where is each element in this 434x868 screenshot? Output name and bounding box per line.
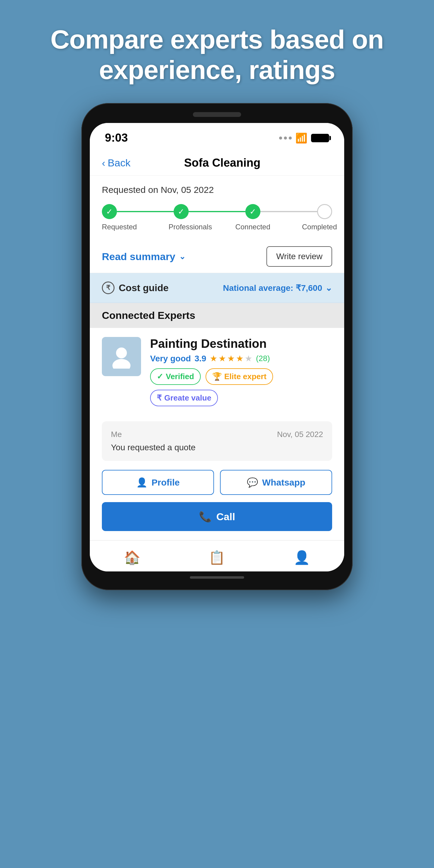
- stars: ★ ★ ★ ★ ★: [210, 353, 252, 364]
- nav-bar: ‹ Back Sofa Cleaning: [90, 150, 344, 176]
- connected-experts-header: Connected Experts: [90, 303, 344, 328]
- call-icon: 📞: [199, 510, 212, 523]
- svg-point-0: [116, 347, 127, 358]
- bottom-nav: 🏠 📋 👤: [90, 540, 344, 571]
- cost-guide-left: ₹ Cost guide: [102, 281, 168, 294]
- verified-icon: ✓: [157, 372, 163, 381]
- cost-guide-label: Cost guide: [119, 282, 168, 293]
- content-area: Requested on Nov, 05 2022 ✓ ✓ ✓ Requeste…: [90, 176, 344, 231]
- phone-speaker: [193, 112, 241, 117]
- dot3: [289, 136, 292, 140]
- star-4: ★: [236, 353, 244, 364]
- profile-icon: 👤: [136, 477, 147, 488]
- expert-avatar: [102, 337, 141, 376]
- steps-labels: Requested Professionals Connected Comple…: [102, 223, 332, 231]
- connector-1: [117, 211, 174, 212]
- star-2: ★: [218, 353, 226, 364]
- rating-number: 3.9: [194, 354, 206, 364]
- phone-screen: 9:03 📶 ‹ Back Sofa Cleaning Requeste: [90, 123, 344, 571]
- whatsapp-icon: 💬: [247, 477, 258, 488]
- dot2: [284, 136, 287, 140]
- hero-section: Compare experts based on experience, rat…: [0, 0, 434, 103]
- person-icon: [110, 344, 133, 369]
- message-date: Nov, 05 2022: [277, 430, 323, 439]
- rating-label: Very good: [150, 354, 191, 364]
- phone-mockup: 9:03 📶 ‹ Back Sofa Cleaning Requeste: [82, 103, 352, 590]
- back-button[interactable]: ‹ Back: [102, 157, 130, 169]
- step-label-professionals: Professionals: [168, 223, 198, 231]
- hero-title: Compare experts based on experience, rat…: [0, 0, 434, 103]
- requested-date: Requested on Nov, 05 2022: [102, 185, 332, 195]
- expert-name: Painting Destination: [150, 337, 332, 350]
- page-title: Sofa Cleaning: [130, 156, 314, 169]
- status-icons: 📶: [279, 132, 329, 144]
- value-label: Greate value: [164, 393, 211, 403]
- step-label-requested: Requested: [102, 223, 132, 231]
- phone-home-indicator: [190, 576, 244, 579]
- step-connected: ✓: [245, 204, 260, 219]
- step-professionals: ✓: [174, 204, 189, 219]
- nav-home[interactable]: 🏠: [90, 547, 175, 568]
- expert-card: Painting Destination Very good 3.9 ★ ★ ★…: [90, 328, 344, 421]
- connector-3: [260, 211, 317, 212]
- trophy-icon: 🏆: [212, 372, 222, 381]
- message-sender: Me: [111, 430, 122, 439]
- nav-bookings[interactable]: 📋: [175, 547, 259, 568]
- message-meta: Me Nov, 05 2022: [111, 430, 323, 439]
- dot1: [279, 136, 282, 140]
- steps-row: ✓ ✓ ✓: [102, 204, 332, 219]
- back-chevron-icon: ‹: [102, 157, 105, 169]
- write-review-button[interactable]: Write review: [267, 246, 332, 267]
- chevron-down-icon: ⌄: [325, 283, 332, 293]
- home-icon: 🏠: [124, 550, 141, 565]
- value-badge: ₹ Greate value: [150, 390, 218, 406]
- national-avg-label: National average: ₹7,600: [223, 283, 322, 293]
- elite-label: Elite expert: [224, 372, 267, 381]
- message-text: You requested a quote: [111, 443, 323, 453]
- message-card: Me Nov, 05 2022 You requested a quote: [102, 421, 332, 461]
- action-row: Read summary ⌄ Write review: [90, 240, 344, 273]
- progress-container: ✓ ✓ ✓ Requested Professionals Connected …: [102, 204, 332, 231]
- star-3: ★: [227, 353, 235, 364]
- step-completed: [317, 204, 332, 219]
- status-dots: [279, 136, 292, 140]
- read-summary-label: Read summary: [102, 251, 176, 262]
- profile-button[interactable]: 👤 Profile: [102, 470, 214, 495]
- value-rupee-icon: ₹: [157, 393, 162, 403]
- step-label-connected: Connected: [236, 223, 266, 231]
- step-label-completed: Completed: [302, 223, 332, 231]
- back-label: Back: [107, 157, 130, 169]
- connector-2: [189, 211, 245, 212]
- cost-guide-bar: ₹ Cost guide National average: ₹7,600 ⌄: [90, 273, 344, 303]
- svg-point-1: [113, 359, 130, 369]
- badges: ✓ Verified 🏆 Elite expert ₹ Greate value: [150, 368, 332, 406]
- national-avg-button[interactable]: National average: ₹7,600 ⌄: [223, 283, 332, 293]
- whatsapp-label: Whatsapp: [262, 477, 305, 488]
- verified-badge: ✓ Verified: [150, 368, 201, 385]
- star-5: ★: [245, 353, 252, 364]
- status-time: 9:03: [105, 131, 128, 144]
- elite-badge: 🏆 Elite expert: [206, 368, 273, 385]
- step-requested: ✓: [102, 204, 117, 219]
- profile-nav-icon: 👤: [293, 550, 310, 565]
- nav-profile[interactable]: 👤: [259, 547, 344, 568]
- rupee-icon: ₹: [102, 281, 115, 294]
- wifi-icon: 📶: [296, 132, 307, 144]
- star-1: ★: [210, 353, 217, 364]
- status-bar: 9:03 📶: [90, 123, 344, 150]
- expert-rating: Very good 3.9 ★ ★ ★ ★ ★ (28): [150, 353, 332, 364]
- action-buttons: 👤 Profile 💬 Whatsapp: [90, 470, 344, 495]
- bookings-icon: 📋: [209, 550, 225, 565]
- battery-icon: [311, 134, 329, 142]
- expert-info: Painting Destination Very good 3.9 ★ ★ ★…: [150, 337, 332, 406]
- whatsapp-button[interactable]: 💬 Whatsapp: [220, 470, 332, 495]
- call-button[interactable]: 📞 Call: [102, 502, 332, 531]
- review-count: (28): [256, 354, 270, 363]
- profile-label: Profile: [152, 477, 180, 488]
- call-label: Call: [216, 511, 235, 523]
- verified-label: Verified: [166, 372, 194, 381]
- expert-header: Painting Destination Very good 3.9 ★ ★ ★…: [102, 337, 332, 406]
- read-summary-button[interactable]: Read summary ⌄: [102, 251, 186, 262]
- chevron-down-icon: ⌄: [179, 252, 186, 261]
